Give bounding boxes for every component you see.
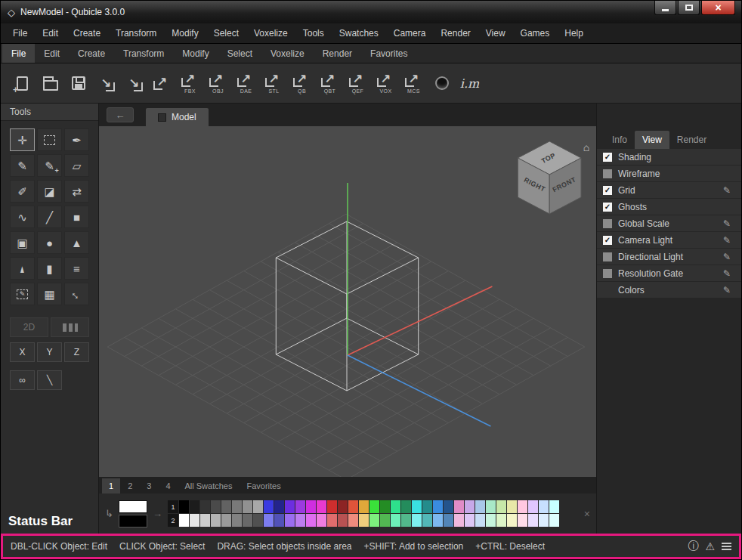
back-button[interactable]: ← — [107, 107, 134, 122]
checkbox[interactable] — [603, 269, 612, 278]
ribbon-tab-transform[interactable]: Transform — [114, 44, 173, 63]
new-model-button[interactable] — [8, 65, 36, 101]
menu-item[interactable]: Select — [206, 23, 246, 43]
color-swatch[interactable] — [264, 514, 274, 527]
export-obj-button[interactable]: ↗ OBJ — [204, 65, 232, 101]
color-swatch[interactable] — [433, 514, 443, 527]
color-swatch[interactable] — [507, 500, 517, 513]
color-swatch[interactable] — [327, 514, 337, 527]
ribbon-tab-render[interactable]: Render — [314, 44, 361, 63]
export-fbx-button[interactable]: ↗ FBX — [176, 65, 204, 101]
globe-service-button[interactable] — [428, 65, 456, 101]
color-swatch[interactable] — [486, 514, 496, 527]
color-swatch[interactable] — [475, 514, 485, 527]
open-model-button[interactable] — [36, 65, 64, 101]
color-swatch[interactable] — [401, 514, 411, 527]
freehand-tool[interactable]: ∿ — [10, 206, 35, 228]
tab-info[interactable]: Info — [604, 131, 635, 149]
menu-icon[interactable] — [722, 543, 731, 550]
export-qb-button[interactable]: ↗ QB — [288, 65, 316, 101]
color-swatch[interactable] — [539, 500, 549, 513]
color-swatch[interactable] — [433, 500, 443, 513]
swatch-tab-favorites[interactable]: Favorites — [240, 478, 287, 493]
color-swatch[interactable] — [496, 500, 506, 513]
color-swatch[interactable] — [285, 500, 295, 513]
symmetry-line-button[interactable]: ╲ — [37, 370, 62, 390]
color-swatch[interactable] — [348, 500, 358, 513]
maximize-button[interactable] — [678, 1, 700, 15]
color-swatch[interactable] — [412, 514, 422, 527]
edit-pencil-icon[interactable]: ✎ — [720, 235, 731, 246]
export-stl-button[interactable]: ↗ STL — [260, 65, 288, 101]
color-swatch[interactable] — [221, 500, 231, 513]
checkbox[interactable] — [603, 203, 612, 212]
color-swatch[interactable] — [253, 514, 263, 527]
color-swatch[interactable] — [295, 514, 305, 527]
axis-x-button[interactable]: X — [10, 342, 35, 362]
export-mcs-button[interactable]: ↗ MCS — [400, 65, 428, 101]
checkbox[interactable] — [603, 236, 612, 245]
edit-pencil-icon[interactable]: ✎ — [720, 252, 731, 262]
color-swatch[interactable] — [401, 500, 411, 513]
menu-item[interactable]: View — [478, 23, 513, 43]
menu-item[interactable]: Modify — [164, 23, 206, 43]
edit-pencil-icon[interactable]: ✎ — [720, 218, 731, 229]
color-swatch[interactable] — [465, 514, 475, 527]
export-qbt-button[interactable]: ↗ QBT — [316, 65, 344, 101]
ribbon-tab-edit[interactable]: Edit — [35, 44, 69, 63]
color-swatch[interactable] — [369, 514, 379, 527]
color-swatch[interactable] — [518, 514, 527, 527]
foreground-color-swatch[interactable] — [119, 500, 147, 513]
ribbon-tab-favorites[interactable]: Favorites — [361, 44, 416, 63]
line-tool[interactable]: ╱ — [37, 206, 62, 228]
menu-item[interactable]: Transform — [108, 23, 164, 43]
color-swatch[interactable] — [444, 514, 453, 527]
color-swatch[interactable] — [306, 500, 316, 513]
color-swatch[interactable] — [549, 500, 559, 513]
menu-item[interactable]: Voxelize — [246, 23, 295, 43]
export-dae-button[interactable]: ↗ DAE — [232, 65, 260, 101]
axis-y-button[interactable]: Y — [37, 342, 62, 362]
voxel-grid-tool[interactable]: ▦ — [37, 283, 62, 305]
remove-swatch-button[interactable]: × — [584, 508, 590, 520]
background-color-swatch[interactable] — [119, 515, 147, 528]
view-option-row[interactable]: Camera Light ✎ — [597, 232, 741, 249]
view-option-row[interactable]: Wireframe — [597, 166, 741, 182]
color-swatch[interactable] — [232, 500, 242, 513]
swap-colors-icon[interactable]: ↳ — [105, 508, 113, 519]
color-swatch[interactable] — [274, 500, 284, 513]
rect-tool[interactable]: ■ — [64, 206, 89, 228]
color-swatch[interactable] — [190, 514, 199, 527]
color-swatch[interactable] — [391, 500, 400, 513]
cone-tool[interactable]: ▲ — [10, 257, 35, 280]
export-vox-button[interactable]: ↗ VOX — [372, 65, 400, 101]
scale-tool[interactable]: ↔ — [64, 283, 89, 305]
move-tool[interactable]: ✛ — [10, 128, 35, 151]
color-swatch[interactable] — [264, 500, 274, 513]
view-slices-button[interactable] — [51, 317, 89, 337]
pencil-add-tool[interactable]: ✎ — [37, 154, 62, 177]
rect-select-tool[interactable] — [37, 128, 62, 151]
color-swatch[interactable] — [465, 500, 475, 513]
checkbox[interactable] — [603, 252, 612, 261]
view-option-row[interactable]: Directional Light ✎ — [597, 249, 741, 265]
color-swatch[interactable] — [200, 514, 210, 527]
view-2d-button[interactable]: 2D — [10, 317, 48, 337]
checkbox[interactable] — [603, 169, 612, 178]
swatch-tab-3[interactable]: 3 — [140, 478, 158, 493]
eraser-tool[interactable]: ▱ — [64, 154, 89, 177]
color-swatch[interactable] — [200, 500, 210, 513]
stack-tool[interactable]: ≡ — [64, 257, 89, 280]
color-swatch[interactable] — [549, 514, 559, 527]
cylinder-tool[interactable]: ▮ — [37, 257, 62, 280]
menu-item[interactable]: Tools — [295, 23, 332, 43]
edit-pencil-icon[interactable]: ✎ — [720, 185, 731, 196]
tab-render[interactable]: Render — [669, 131, 714, 149]
axis-z-button[interactable]: Z — [64, 342, 89, 362]
color-swatch[interactable] — [285, 514, 295, 527]
view-option-row[interactable]: Grid ✎ — [597, 182, 741, 199]
checkbox[interactable] — [603, 219, 612, 228]
menu-item[interactable]: Create — [66, 23, 108, 43]
color-swatch[interactable] — [380, 500, 390, 513]
color-swatch[interactable] — [412, 500, 422, 513]
